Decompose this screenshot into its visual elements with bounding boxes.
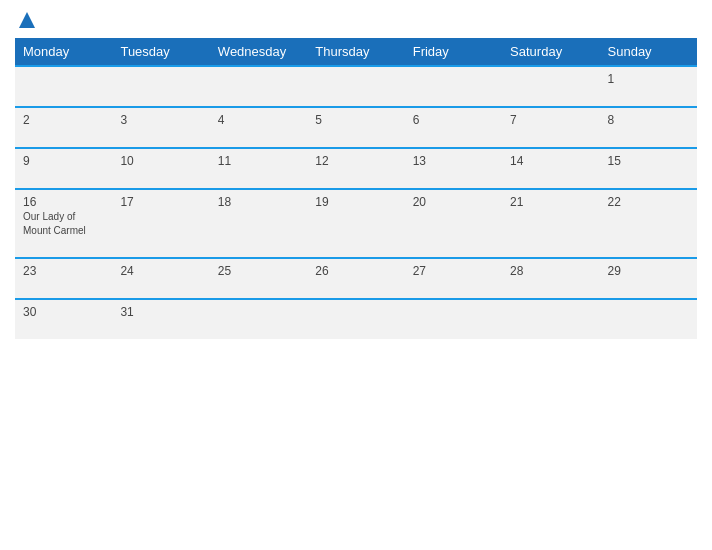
calendar-cell: 15 [600,148,697,189]
day-number: 12 [315,154,396,168]
day-event: Our Lady of Mount Carmel [23,211,86,236]
day-number: 24 [120,264,201,278]
calendar-cell: 9 [15,148,112,189]
weekday-sunday: Sunday [600,38,697,66]
day-number: 17 [120,195,201,209]
week-row-2: 2345678 [15,107,697,148]
calendar-cell: 19 [307,189,404,258]
day-number: 22 [608,195,689,209]
day-number: 26 [315,264,396,278]
calendar-cell: 20 [405,189,502,258]
week-row-3: 9101112131415 [15,148,697,189]
calendar-cell [600,299,697,339]
weekday-header-row: MondayTuesdayWednesdayThursdayFridaySatu… [15,38,697,66]
day-number: 16 [23,195,104,209]
weekday-wednesday: Wednesday [210,38,307,66]
calendar-cell [210,66,307,107]
calendar-cell: 26 [307,258,404,299]
day-number: 14 [510,154,591,168]
day-number: 7 [510,113,591,127]
day-number: 11 [218,154,299,168]
day-number: 30 [23,305,104,319]
day-number: 29 [608,264,689,278]
day-number: 6 [413,113,494,127]
calendar-cell: 11 [210,148,307,189]
day-number: 3 [120,113,201,127]
day-number: 5 [315,113,396,127]
week-row-4: 16Our Lady of Mount Carmel171819202122 [15,189,697,258]
calendar-cell: 1 [600,66,697,107]
day-number: 19 [315,195,396,209]
day-number: 1 [608,72,689,86]
weekday-friday: Friday [405,38,502,66]
calendar-cell: 17 [112,189,209,258]
calendar-cell [210,299,307,339]
day-number: 15 [608,154,689,168]
calendar-cell [307,66,404,107]
page: MondayTuesdayWednesdayThursdayFridaySatu… [0,0,712,550]
day-number: 4 [218,113,299,127]
calendar-cell: 6 [405,107,502,148]
day-number: 20 [413,195,494,209]
calendar-cell: 25 [210,258,307,299]
day-number: 28 [510,264,591,278]
day-number: 18 [218,195,299,209]
day-number: 2 [23,113,104,127]
weekday-monday: Monday [15,38,112,66]
logo-icon [17,10,37,30]
day-number: 10 [120,154,201,168]
day-number: 25 [218,264,299,278]
calendar-cell: 27 [405,258,502,299]
day-number: 8 [608,113,689,127]
calendar-cell [15,66,112,107]
calendar-cell: 31 [112,299,209,339]
weekday-thursday: Thursday [307,38,404,66]
calendar-cell: 29 [600,258,697,299]
calendar-cell: 7 [502,107,599,148]
calendar-cell: 18 [210,189,307,258]
week-row-6: 3031 [15,299,697,339]
calendar-cell: 4 [210,107,307,148]
calendar-cell [502,66,599,107]
calendar-cell: 5 [307,107,404,148]
week-row-5: 23242526272829 [15,258,697,299]
calendar-cell: 28 [502,258,599,299]
calendar-cell: 2 [15,107,112,148]
day-number: 21 [510,195,591,209]
calendar-cell [405,66,502,107]
calendar-cell: 13 [405,148,502,189]
calendar-table: MondayTuesdayWednesdayThursdayFridaySatu… [15,38,697,339]
weekday-saturday: Saturday [502,38,599,66]
calendar-cell: 8 [600,107,697,148]
calendar-cell: 23 [15,258,112,299]
calendar-cell: 10 [112,148,209,189]
calendar-cell: 22 [600,189,697,258]
calendar-cell [112,66,209,107]
calendar-cell: 30 [15,299,112,339]
calendar-cell: 21 [502,189,599,258]
day-number: 9 [23,154,104,168]
calendar-cell [502,299,599,339]
day-number: 27 [413,264,494,278]
svg-marker-0 [19,12,35,28]
calendar-cell: 3 [112,107,209,148]
calendar-cell: 16Our Lady of Mount Carmel [15,189,112,258]
calendar-cell: 14 [502,148,599,189]
calendar-cell: 24 [112,258,209,299]
logo [15,10,39,30]
day-number: 23 [23,264,104,278]
calendar-cell [405,299,502,339]
day-number: 31 [120,305,201,319]
calendar-cell [307,299,404,339]
day-number: 13 [413,154,494,168]
week-row-1: 1 [15,66,697,107]
header [15,10,697,30]
weekday-tuesday: Tuesday [112,38,209,66]
calendar-cell: 12 [307,148,404,189]
